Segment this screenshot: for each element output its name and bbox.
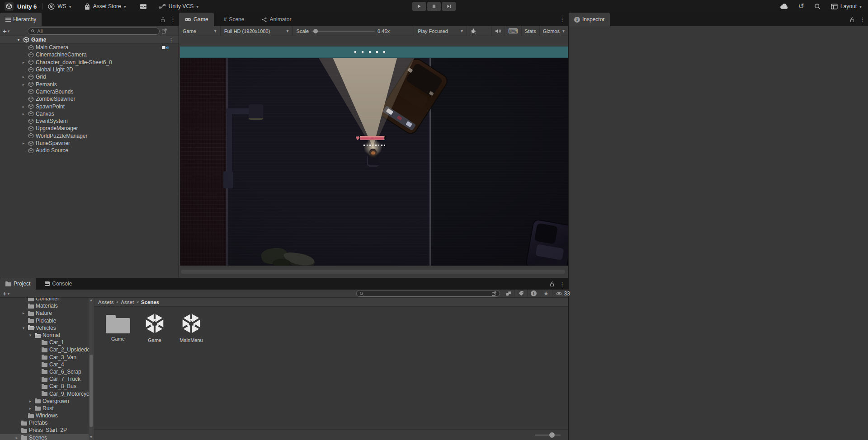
panel-menu-icon[interactable]: ⋮ bbox=[859, 17, 865, 23]
tree-item[interactable]: ▾Normal bbox=[0, 332, 89, 339]
expand-arrow-icon[interactable]: ▸ bbox=[21, 82, 26, 87]
tree-item[interactable]: Car_2_Upsidedown bbox=[0, 346, 89, 353]
history-button[interactable]: ↺ bbox=[798, 3, 804, 10]
hierarchy-search-input[interactable] bbox=[37, 28, 156, 34]
scroll-up-icon[interactable]: ▲ bbox=[89, 298, 94, 303]
zoom-slider-handle[interactable] bbox=[549, 432, 555, 438]
hierarchy-item[interactable]: ▸Pemanis bbox=[0, 80, 179, 88]
project-add-button[interactable]: +▾ bbox=[3, 290, 9, 297]
stats-button[interactable]: Stats bbox=[521, 26, 539, 36]
expand-arrow-icon[interactable]: ▸ bbox=[21, 60, 26, 65]
breadcrumb-segment[interactable]: Assets bbox=[98, 300, 114, 305]
hierarchy-search[interactable] bbox=[28, 28, 160, 35]
expand-arrow-icon[interactable]: ▸ bbox=[28, 406, 33, 411]
panel-menu-icon[interactable]: ⋮ bbox=[170, 17, 176, 23]
expand-arrow-icon[interactable]: ▾ bbox=[28, 333, 33, 337]
tab-hierarchy[interactable]: Hierarchy bbox=[0, 13, 42, 26]
asset-scene-item[interactable]: MainMenu bbox=[175, 312, 208, 343]
expand-arrow-icon[interactable]: ▸ bbox=[21, 112, 26, 116]
hierarchy-item[interactable]: ▸Canvas bbox=[0, 110, 179, 117]
breadcrumb-segment[interactable]: Asset bbox=[121, 300, 134, 305]
frame-debugger-button[interactable] bbox=[467, 26, 480, 36]
search-by-type-button[interactable] bbox=[502, 290, 514, 297]
expand-arrow-icon[interactable]: ▸ bbox=[14, 435, 19, 440]
lock-icon[interactable] bbox=[160, 17, 165, 23]
hierarchy-item[interactable]: CameraBounds bbox=[0, 88, 179, 95]
lock-icon[interactable] bbox=[549, 281, 555, 287]
vcs-menu[interactable]: Unity VCS ▾ bbox=[159, 3, 198, 9]
hierarchy-item[interactable]: EventSystem bbox=[0, 117, 179, 125]
focus-mode-dropdown[interactable]: Play Focused ▾ bbox=[414, 26, 467, 36]
expand-arrow-icon[interactable]: ▾ bbox=[16, 37, 21, 42]
tree-item[interactable]: Car_9_Motorcycle bbox=[0, 390, 89, 397]
scene-header-row[interactable]: ▾ Game ⋮ bbox=[0, 36, 179, 44]
hierarchy-item[interactable]: ▸RuneSpawner bbox=[0, 140, 179, 147]
asset-scene-item[interactable]: Game bbox=[138, 312, 171, 343]
account-menu[interactable]: WS ▾ bbox=[48, 3, 71, 10]
hierarchy-item[interactable]: ZombieSpawner bbox=[0, 95, 179, 103]
scrollbar-thumb[interactable] bbox=[90, 355, 93, 427]
scene-menu-icon[interactable]: ⋮ bbox=[168, 37, 174, 43]
expand-arrow-icon[interactable]: ▾ bbox=[21, 326, 26, 330]
tab-project[interactable]: Project bbox=[0, 278, 36, 290]
cloud-button[interactable] bbox=[780, 4, 788, 9]
expand-arrow-icon[interactable]: ▸ bbox=[21, 311, 26, 315]
main-camera-indicator-icon[interactable] bbox=[162, 45, 169, 50]
search-picker-icon[interactable] bbox=[491, 291, 497, 296]
mute-audio-button[interactable] bbox=[491, 26, 505, 36]
scale-slider[interactable] bbox=[311, 31, 375, 32]
tab-console[interactable]: Console bbox=[39, 278, 77, 290]
hierarchy-item[interactable]: WorldPuzzleManager bbox=[0, 132, 179, 140]
tab-scene[interactable]: # Scene bbox=[218, 13, 250, 26]
pause-button[interactable] bbox=[427, 2, 441, 11]
package-manager-button[interactable] bbox=[140, 4, 147, 9]
project-search-input[interactable] bbox=[366, 291, 490, 296]
expand-arrow-icon[interactable]: ▸ bbox=[21, 104, 26, 109]
breadcrumb-segment[interactable]: Scenes bbox=[141, 300, 159, 305]
hierarchy-item[interactable]: ▸Grid bbox=[0, 73, 179, 80]
hierarchy-item[interactable]: Main Camera bbox=[0, 44, 179, 51]
tree-scrollbar[interactable]: ▲ ▼ bbox=[89, 298, 94, 440]
step-button[interactable] bbox=[442, 2, 456, 11]
scroll-down-icon[interactable]: ▼ bbox=[89, 435, 94, 440]
resolution-dropdown[interactable]: Full HD (1920x1080) ▾ bbox=[221, 26, 293, 36]
layout-menu[interactable]: Layout ▾ bbox=[831, 3, 862, 9]
tree-item[interactable]: Prefabs bbox=[0, 419, 89, 426]
asset-store-menu[interactable]: Asset Store ▾ bbox=[84, 3, 126, 10]
panel-menu-icon[interactable]: ⋮ bbox=[559, 281, 565, 287]
scale-slider-handle[interactable] bbox=[313, 29, 318, 33]
tree-item[interactable]: Container bbox=[0, 298, 89, 302]
tree-item[interactable]: Car_4 bbox=[0, 361, 89, 368]
thumbnail-zoom-slider[interactable] bbox=[535, 435, 561, 435]
search-picker-icon[interactable] bbox=[161, 28, 167, 34]
tree-item[interactable]: Car_8_Bus bbox=[0, 383, 89, 390]
play-button[interactable] bbox=[412, 2, 426, 11]
game-horizontal-scrollbar[interactable] bbox=[181, 270, 565, 274]
expand-arrow-icon[interactable]: ▸ bbox=[21, 75, 26, 79]
visible-items-indicator[interactable]: 33 bbox=[552, 290, 573, 297]
tree-item[interactable]: Pickable bbox=[0, 317, 89, 324]
expand-arrow-icon[interactable]: ▸ bbox=[28, 399, 33, 403]
search-by-label-button[interactable] bbox=[514, 290, 527, 297]
hierarchy-add-button[interactable]: +▾ bbox=[3, 27, 9, 35]
tree-item[interactable]: Car_1 bbox=[0, 339, 89, 346]
lock-icon[interactable] bbox=[849, 17, 855, 23]
tab-animator[interactable]: Animator bbox=[256, 13, 297, 26]
tree-item[interactable]: Materials bbox=[0, 302, 89, 309]
tree-item[interactable]: ▸Scenes bbox=[0, 434, 89, 440]
panel-menu-icon[interactable]: ⋮ bbox=[559, 17, 565, 23]
hierarchy-item[interactable]: Audio Source bbox=[0, 147, 179, 154]
hierarchy-item[interactable]: Global Light 2D bbox=[0, 66, 179, 73]
favorites-button[interactable]: ★ bbox=[540, 290, 552, 297]
game-viewport[interactable]: ♥ bbox=[180, 47, 568, 266]
tree-item[interactable]: ▸Nature bbox=[0, 309, 89, 317]
tree-item[interactable]: ▸Overgrown bbox=[0, 398, 89, 405]
tree-item[interactable]: Windows bbox=[0, 412, 89, 419]
tab-game[interactable]: Game bbox=[179, 13, 214, 26]
hierarchy-item[interactable]: UpgradeManager bbox=[0, 125, 179, 132]
hidden-packages-button[interactable]: ! bbox=[527, 290, 540, 297]
display-dropdown[interactable]: Game ▾ bbox=[179, 26, 221, 36]
asset-folder-item[interactable]: Game bbox=[102, 312, 134, 342]
gizmos-dropdown[interactable]: Gizmos ▾ bbox=[539, 26, 568, 36]
tree-item[interactable]: ▸Rust bbox=[0, 405, 89, 412]
